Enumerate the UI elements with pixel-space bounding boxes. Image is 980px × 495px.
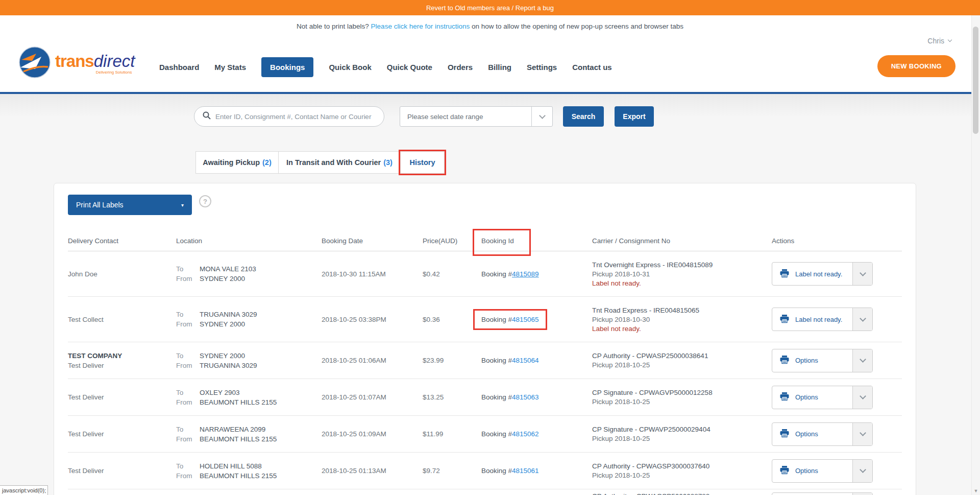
tab-awaiting-pickup[interactable]: Awaiting Pickup (2) xyxy=(195,151,279,174)
action-dropdown-toggle[interactable] xyxy=(852,493,872,495)
notice-prefix: Not able to print labels? xyxy=(297,22,371,30)
caret-down-icon: ▾ xyxy=(181,202,184,208)
export-button[interactable]: Export xyxy=(615,106,654,127)
contact-secondary: Test Deliver xyxy=(68,362,171,369)
to-value: NARRAWEENA 2099 xyxy=(200,426,316,433)
booking-id-link[interactable]: 4815065 xyxy=(512,316,539,323)
action-dropdown-toggle[interactable] xyxy=(852,386,872,409)
booking-id-link[interactable]: 4815064 xyxy=(512,357,539,364)
carrier-name: CP Authority - CPWASP25000038641 xyxy=(592,352,767,360)
action-split-button[interactable]: Options xyxy=(772,422,873,446)
printer-icon xyxy=(779,392,790,403)
action-dropdown-toggle[interactable] xyxy=(852,349,872,372)
to-label: To xyxy=(176,389,200,396)
action-main-button[interactable]: Label not ready. xyxy=(772,308,852,331)
search-icon xyxy=(203,111,211,122)
printer-icon xyxy=(779,269,790,279)
action-split-button[interactable]: Options xyxy=(772,386,873,409)
carrier-cell: CP Authority - CPWASP25000038641 Pickup … xyxy=(592,352,772,369)
from-label: From xyxy=(176,398,200,406)
nav-my-stats[interactable]: My Stats xyxy=(214,63,246,72)
action-split-button[interactable]: Label not ready. xyxy=(772,262,873,286)
header-carrier-consignment: Carrier / Consignment No xyxy=(592,237,772,245)
date-range-select[interactable]: Please select date range xyxy=(400,106,553,127)
action-dropdown-toggle[interactable] xyxy=(852,423,872,445)
notice-suffix: on how to allow the opening of new pop-u… xyxy=(470,22,683,30)
search-input[interactable] xyxy=(215,113,376,121)
page-content: Please select date range Search Export A… xyxy=(0,94,980,495)
bookings-panel: Print All Labels ▾ ? Delivery Contact Lo… xyxy=(54,183,916,495)
carrier-cell: CP Authority - CPWAGSP3000037640 Pickup … xyxy=(592,462,772,479)
search-button[interactable]: Search xyxy=(563,106,604,127)
action-split-button[interactable]: Options xyxy=(772,459,873,483)
action-main-button[interactable]: Options xyxy=(772,349,852,372)
price-cell: $11.99 xyxy=(423,430,481,438)
notice-instructions-link[interactable]: Please click here for instructions xyxy=(371,22,470,30)
nav-billing[interactable]: Billing xyxy=(488,63,511,72)
booking-id-link[interactable]: 4815063 xyxy=(512,393,539,401)
scrollbar-down-arrow[interactable]: ▼ xyxy=(972,488,980,493)
booking-prefix: Booking # xyxy=(481,316,512,323)
contact-name: Test Collect xyxy=(68,316,171,323)
vertical-scrollbar[interactable]: ▼ xyxy=(971,15,980,495)
booking-prefix: Booking # xyxy=(481,357,512,364)
help-icon[interactable]: ? xyxy=(199,195,211,207)
action-main-button[interactable]: Label not ready. xyxy=(772,263,852,285)
action-main-button[interactable]: Options xyxy=(772,460,852,482)
alert-bar-link[interactable]: Revert to Old members area / Report a bu… xyxy=(426,4,554,12)
from-value: BEAUMONT HILLS 2155 xyxy=(200,398,316,406)
transdirect-logo[interactable]: transdirect Delivering Solutions xyxy=(18,46,135,81)
nav-bookings[interactable]: Bookings xyxy=(261,57,313,77)
carrier-cell: Tnt Overnight Express - IRE004815089 Pic… xyxy=(592,261,772,287)
booking-date-cell: 2018-10-30 11:15AM xyxy=(322,270,423,278)
action-main-button[interactable]: Options xyxy=(772,423,852,445)
nav-quick-quote[interactable]: Quick Quote xyxy=(387,63,432,72)
booking-row: John Doe To MONA VALE 2103 From SYDNEY 2… xyxy=(68,251,902,297)
actions-cell: Label not ready. xyxy=(772,262,902,286)
header-delivery-contact: Delivery Contact xyxy=(68,237,176,245)
action-label: Label not ready. xyxy=(795,316,842,323)
action-split-button[interactable]: Label not ready. xyxy=(772,308,873,331)
nav-dashboard[interactable]: Dashboard xyxy=(159,63,199,72)
tab-history[interactable]: History xyxy=(400,151,445,174)
tab-in-transit[interactable]: In Transit and With Courier (3) xyxy=(278,151,401,174)
logo-word-trans: trans xyxy=(55,52,94,70)
logo-tagline: Delivering Solutions xyxy=(55,70,135,75)
action-split-button[interactable]: Options xyxy=(772,492,873,495)
action-main-button[interactable]: Options xyxy=(772,386,852,409)
nav-orders[interactable]: Orders xyxy=(448,63,473,72)
carrier-name: CP Signature - CPWAVP25000029404 xyxy=(592,426,767,433)
action-dropdown-toggle[interactable] xyxy=(852,263,872,285)
from-label: From xyxy=(176,435,200,443)
print-all-labels-button[interactable]: Print All Labels ▾ xyxy=(68,195,192,215)
search-box[interactable] xyxy=(194,106,384,127)
logo-word-direct: direct xyxy=(94,52,135,70)
booking-row: Test Collect To TRUGANINA 3029 From SYDN… xyxy=(68,297,902,342)
contact-name: John Doe xyxy=(68,270,171,278)
booking-id-link[interactable]: 4815061 xyxy=(512,467,539,475)
to-label: To xyxy=(176,462,200,470)
tab-label: Awaiting Pickup xyxy=(203,158,260,167)
chevron-down-icon[interactable] xyxy=(531,107,552,126)
carrier-name: Tnt Road Express - IRE004815065 xyxy=(592,307,767,314)
chevron-down-icon xyxy=(948,38,952,42)
booking-id-link[interactable]: 4815062 xyxy=(512,430,539,438)
action-dropdown-toggle[interactable] xyxy=(852,460,872,482)
nav-settings[interactable]: Settings xyxy=(527,63,557,72)
action-split-button[interactable]: Options xyxy=(772,349,873,372)
new-booking-button[interactable]: NEW BOOKING xyxy=(877,55,955,77)
to-value: HOLDEN HILL 5088 xyxy=(200,462,316,470)
carrier-cell: CP Authority - CPWAGSP5000038783 xyxy=(592,492,772,495)
action-label: Options xyxy=(795,467,818,475)
booking-id-cell: Booking #4815089 xyxy=(481,270,592,278)
nav-quick-book[interactable]: Quick Book xyxy=(329,63,371,72)
user-menu[interactable]: Chris xyxy=(927,37,951,45)
nav-contact-us[interactable]: Contact us xyxy=(572,63,612,72)
action-main-button[interactable]: Options xyxy=(772,493,852,495)
booking-id-link[interactable]: 4815089 xyxy=(512,270,539,278)
user-name: Chris xyxy=(927,37,944,45)
carrier-name: CP Authority - CPWAGSP3000037640 xyxy=(592,462,767,470)
scrollbar-thumb[interactable] xyxy=(973,27,978,134)
action-dropdown-toggle[interactable] xyxy=(852,308,872,331)
alert-bar[interactable]: Revert to Old members area / Report a bu… xyxy=(0,0,980,15)
